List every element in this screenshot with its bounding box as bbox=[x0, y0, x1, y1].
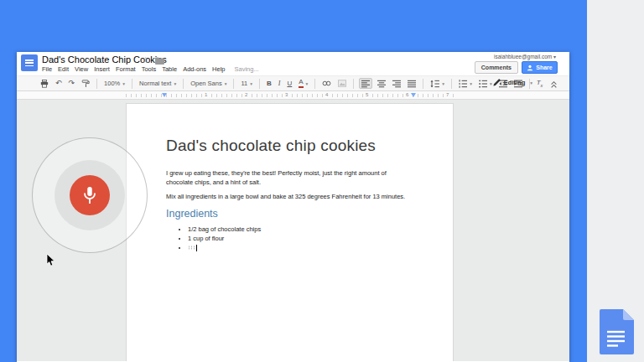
list-item[interactable]: 1 cup of flour bbox=[188, 234, 413, 243]
undo-icon: ↶ bbox=[55, 80, 62, 87]
menu-insert[interactable]: Insert bbox=[94, 65, 110, 73]
align-right-button[interactable] bbox=[391, 78, 402, 89]
font-name-value: Open Sans bbox=[190, 80, 222, 87]
align-center-button[interactable] bbox=[376, 78, 387, 89]
google-docs-file-icon[interactable] bbox=[600, 309, 634, 354]
app-header: Dad's Chocolate Chip Cookies ☆ File Edit… bbox=[17, 52, 569, 75]
doc-section-heading[interactable]: Ingredients bbox=[166, 207, 413, 220]
doc-paragraph[interactable]: I grew up eating these, they're the best… bbox=[166, 168, 413, 187]
bold-label: B bbox=[267, 80, 272, 87]
docs-logo-icon[interactable] bbox=[21, 54, 38, 71]
doc-heading[interactable]: Dad's chocolate chip cookies bbox=[166, 136, 413, 156]
menu-help[interactable]: Help bbox=[212, 65, 225, 73]
star-icon[interactable]: ☆ bbox=[142, 55, 149, 65]
ruler-mark: 7 bbox=[445, 92, 449, 97]
align-center-icon bbox=[377, 80, 386, 88]
clear-formatting-label: Tx bbox=[537, 79, 543, 88]
folder-icon[interactable] bbox=[155, 57, 164, 65]
underline-label: U bbox=[287, 80, 292, 87]
toolbar-divider bbox=[233, 79, 234, 89]
menu-format[interactable]: Format bbox=[116, 65, 136, 73]
menu-edit[interactable]: Edit bbox=[58, 65, 69, 73]
bulleted-list-button[interactable]: ▾ bbox=[477, 78, 494, 89]
italic-button[interactable]: I bbox=[277, 78, 283, 89]
text-color-button[interactable]: A▾ bbox=[297, 78, 309, 89]
collapse-chevrons-icon bbox=[550, 80, 558, 89]
line-spacing-button[interactable]: ▾ bbox=[428, 78, 446, 89]
document-page[interactable]: Dad's chocolate chip cookies I grew up e… bbox=[126, 103, 454, 361]
list-item-dictating[interactable] bbox=[188, 243, 413, 252]
numbered-list-button[interactable]: ▾ bbox=[457, 78, 474, 89]
paint-roller-icon bbox=[81, 80, 90, 88]
align-justify-icon bbox=[408, 80, 416, 88]
ingredients-list: 1/2 bag of chocolate chips 1 cup of flou… bbox=[166, 225, 413, 252]
underline-button[interactable]: U bbox=[285, 78, 293, 89]
undo-button[interactable]: ↶ bbox=[54, 78, 64, 89]
font-select[interactable]: Open Sans▾ bbox=[189, 78, 228, 89]
list-item[interactable]: 1/2 bag of chocolate chips bbox=[188, 225, 413, 234]
insert-link-button[interactable] bbox=[320, 78, 333, 89]
bold-button[interactable]: B bbox=[265, 78, 273, 89]
right-indent-marker[interactable] bbox=[411, 93, 416, 97]
image-icon bbox=[338, 80, 346, 87]
paragraph-style-select[interactable]: Normal text▾ bbox=[138, 78, 178, 89]
chevron-down-icon: ▾ bbox=[490, 81, 492, 86]
zoom-value: 100% bbox=[104, 80, 120, 87]
redo-button[interactable]: ↷ bbox=[67, 78, 77, 89]
chevron-down-icon: ▾ bbox=[470, 81, 472, 86]
menu-bar: File Edit View Insert Format Tools Table… bbox=[42, 65, 259, 73]
left-indent-marker[interactable] bbox=[162, 93, 167, 97]
chevron-down-icon: ▾ bbox=[122, 81, 125, 86]
menu-file[interactable]: File bbox=[42, 65, 52, 73]
align-right-icon bbox=[392, 80, 401, 88]
chevron-down-icon: ▾ bbox=[530, 80, 532, 85]
text-cursor bbox=[196, 245, 197, 251]
menu-view[interactable]: View bbox=[75, 65, 88, 73]
ruler[interactable]: 1 2 3 4 5 6 7 bbox=[17, 91, 569, 100]
line-spacing-icon bbox=[430, 80, 439, 88]
hide-menus-button[interactable] bbox=[550, 80, 558, 90]
page-content: Dad's chocolate chip cookies I grew up e… bbox=[127, 104, 453, 252]
zoom-select[interactable]: 100%▾ bbox=[102, 78, 127, 89]
saving-status: Saving... bbox=[235, 65, 259, 73]
font-size-select[interactable]: 11▾ bbox=[239, 78, 254, 89]
share-button-label: Share bbox=[536, 65, 552, 70]
link-icon bbox=[322, 80, 331, 87]
toolbar-divider bbox=[353, 79, 354, 89]
mode-select[interactable]: Editing ▾ bbox=[493, 79, 532, 86]
ruler-mark: 2 bbox=[244, 92, 248, 97]
account-menu[interactable]: isaiahbluee@gmail.com ▾ bbox=[494, 54, 556, 59]
align-justify-button[interactable] bbox=[406, 78, 418, 89]
comments-button-label: Comments bbox=[481, 65, 512, 70]
mode-label: Editing bbox=[504, 79, 525, 86]
clear-formatting-button[interactable]: Tx bbox=[535, 78, 545, 89]
italic-label: I bbox=[278, 80, 281, 87]
ruler-mark: 3 bbox=[284, 92, 288, 97]
microphone-icon bbox=[80, 184, 99, 206]
paint-format-button[interactable] bbox=[80, 78, 91, 89]
microphone-button[interactable] bbox=[70, 175, 110, 215]
toolbar-divider bbox=[96, 79, 97, 89]
insert-image-button[interactable] bbox=[336, 78, 348, 89]
align-left-button[interactable] bbox=[359, 78, 372, 89]
docs-logo-lines bbox=[25, 59, 34, 67]
menu-table[interactable]: Table bbox=[162, 65, 177, 73]
account-email: isaiahbluee@gmail.com bbox=[494, 54, 552, 59]
menu-tools[interactable]: Tools bbox=[142, 65, 157, 73]
print-button[interactable] bbox=[39, 78, 50, 89]
ruler-mark: 5 bbox=[365, 92, 369, 97]
menu-addons[interactable]: Add-ons bbox=[183, 65, 206, 73]
chevron-down-icon: ▾ bbox=[250, 81, 252, 86]
comments-button[interactable]: Comments bbox=[475, 61, 518, 74]
toolbar-divider bbox=[183, 79, 184, 89]
font-size-value: 11 bbox=[241, 80, 247, 87]
ruler-mark: 1 bbox=[204, 92, 208, 97]
voice-typing-dots bbox=[188, 246, 195, 250]
doc-paragraph[interactable]: Mix all ingredients in a large bowl and … bbox=[166, 192, 413, 201]
align-left-icon bbox=[361, 80, 370, 88]
share-button[interactable]: Share bbox=[522, 61, 558, 74]
pencil-icon bbox=[493, 79, 501, 86]
text-color-label: A bbox=[299, 79, 303, 87]
print-icon bbox=[40, 80, 49, 88]
toolbar-divider bbox=[423, 79, 423, 89]
